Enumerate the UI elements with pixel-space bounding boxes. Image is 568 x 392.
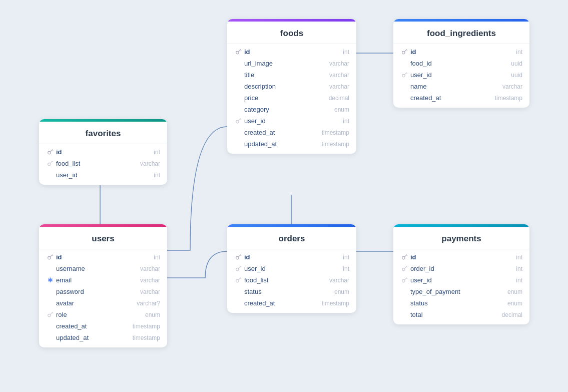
field-type: varchar [329,277,349,284]
table-row: food_listvarchar [39,158,167,169]
field-name: user_id [410,71,509,79]
svg-line-19 [50,255,53,257]
field-type: int [343,49,349,56]
field-name: total [410,311,500,318]
table-row: order_idint [393,263,529,274]
table-row: categoryenum [227,104,356,115]
foreign-key-icon [400,277,408,283]
table-row: created_attimestamp [39,320,167,332]
table-row: created_attimestamp [227,297,356,309]
table-row: titlevarchar [227,69,356,81]
table-row: descriptionvarchar [227,81,356,92]
field-type: varchar [329,60,349,67]
svg-line-14 [52,150,53,151]
field-name: id [410,48,514,56]
field-type: uuid [511,60,522,67]
svg-line-7 [404,50,407,52]
svg-line-25 [238,255,241,257]
field-name: food_id [410,60,509,67]
primary-key-icon [234,254,242,260]
field-type: timestamp [495,95,522,102]
svg-line-35 [406,255,407,256]
table-row: idint [227,46,356,58]
svg-line-38 [406,266,407,267]
field-name: updated_at [56,334,131,341]
table-payments: paymentsidintorder_idintuser_idinttype_o… [393,224,529,324]
field-name: status [410,299,505,307]
table-foods: foodsidinturl_imagevarchartitlevarcharde… [227,19,356,154]
table-row: created_attimestamp [393,92,529,104]
field-name: avatar [56,299,135,307]
canvas: foodsidinturl_imagevarchartitlevarcharde… [0,0,568,392]
field-type: int [516,49,522,56]
table-row: user_iduuid [393,69,529,81]
svg-line-41 [406,278,407,279]
svg-point-30 [236,279,238,282]
field-name: status [244,288,332,295]
primary-key-icon [400,49,408,55]
svg-line-37 [404,266,407,269]
foreign-key-icon [400,265,408,272]
table-row: user_idint [393,274,529,286]
table-users-body: idintusernamevarchar✱emailvarcharpasswor… [39,249,167,347]
field-type: enum [334,288,349,295]
field-name: price [244,94,327,102]
table-favorites-title: favorites [39,122,167,144]
svg-line-2 [240,50,241,51]
table-payments-title: payments [393,227,529,249]
svg-line-13 [50,150,53,152]
primary-key-icon [46,254,54,260]
table-row: user_idint [39,169,167,181]
svg-line-1 [238,50,241,52]
field-type: varchar [140,265,160,272]
field-name: url_image [244,60,327,67]
foreign-key-icon [46,160,54,167]
table-orders-title: orders [227,227,356,249]
table-row: roleenum [39,309,167,320]
field-name: role [56,311,143,318]
field-name: id [56,253,152,261]
svg-line-29 [240,266,241,267]
field-type: int [343,254,349,261]
field-type: int [343,265,349,272]
table-favorites-body: idintfood_listvarcharuser_idint [39,144,167,185]
table-foods-title: foods [227,22,356,44]
field-name: updated_at [244,140,320,148]
table-orders-body: idintuser_idintfood_listvarcharstatusenu… [227,249,356,313]
table-row: updated_attimestamp [39,332,167,343]
field-type: int [154,254,160,261]
table-row: ✱emailvarchar [39,274,167,286]
svg-point-24 [236,256,238,259]
svg-line-22 [50,312,53,315]
field-name: id [56,148,152,156]
table-row: idint [227,251,356,263]
svg-point-18 [48,256,50,259]
field-type: varchar [140,288,160,295]
field-name: user_id [244,117,341,125]
table-row: idint [393,251,529,263]
svg-line-16 [50,161,53,164]
table-row: user_idint [227,263,356,274]
field-type: timestamp [322,300,349,307]
table-row: updated_attimestamp [227,138,356,150]
field-type: decimal [502,311,522,318]
foreign-key-icon [400,72,408,78]
field-name: id [410,253,514,261]
primary-key-icon [46,149,54,155]
foreign-key-icon [234,277,242,283]
table-row: created_attimestamp [227,127,356,138]
table-row: idint [39,251,167,263]
field-name: type_of_payment [410,288,505,295]
field-name: created_at [244,129,320,136]
svg-line-8 [406,50,407,51]
field-name: user_id [410,276,514,284]
svg-point-0 [236,51,238,54]
table-row: type_of_paymentenum [393,286,529,297]
field-name: order_id [410,265,514,272]
svg-line-40 [404,278,407,280]
table-users: usersidintusernamevarchar✱emailvarcharpa… [39,224,167,347]
svg-line-20 [52,255,53,256]
table-orders: ordersidintuser_idintfood_listvarcharsta… [227,224,356,313]
table-food_ingredients: food_ingredientsidintfood_iduuiduser_idu… [393,19,529,108]
field-name: id [244,253,341,261]
